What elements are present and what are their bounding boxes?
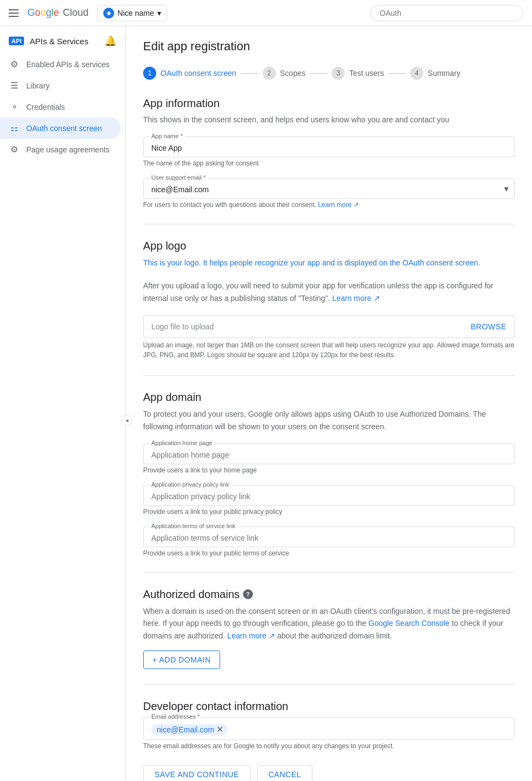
user-support-email-group: User support email * nice@Email.com ▾ Fo…: [143, 178, 515, 209]
project-selector[interactable]: ◉ Nice name ▾: [97, 5, 167, 21]
sidebar: API APIs & Services 🔔 ⚙ Enabled APIs & s…: [0, 26, 126, 781]
authorized-domains-title: Authorized domains: [143, 588, 240, 601]
notifications-bell-icon[interactable]: 🔔: [104, 35, 116, 47]
sidebar-item-page-usage[interactable]: ⚙ Page usage agreements: [0, 139, 121, 160]
step-3[interactable]: 3 Test users: [332, 67, 384, 80]
sidebar-item-label: Library: [26, 81, 50, 90]
library-icon: ☰: [9, 80, 20, 91]
sidebar-collapse-button[interactable]: ◂: [121, 415, 132, 426]
page-usage-icon: ⚙: [9, 144, 20, 155]
logo-upload-placeholder: Logo file to upload: [151, 322, 214, 331]
app-info-description: This shows in the consent screen, and he…: [143, 114, 515, 126]
sidebar-item-label: Credentials: [26, 103, 65, 111]
privacy-policy-label: Application privacy policy link: [149, 481, 231, 488]
app-name-hint: The name of the app asking for consent: [143, 159, 515, 167]
step-2-circle: 2: [263, 67, 276, 80]
google-search-console-link[interactable]: Google Search Console: [369, 619, 450, 628]
sidebar-item-label: Enabled APIs & services: [26, 60, 110, 69]
logo-upload-field: Logo file to upload BROWSE: [143, 315, 515, 338]
action-buttons: SAVE AND CONTINUE CANCEL: [143, 765, 515, 781]
terms-of-service-label: Application terms of service link: [149, 523, 238, 529]
privacy-policy-hint: Provide users a link to your public priv…: [143, 508, 515, 516]
step-3-circle: 3: [332, 67, 345, 80]
page-title: Edit app registration: [143, 39, 515, 54]
step-4[interactable]: 4 Summary: [410, 67, 460, 80]
stepper: 1 OAuth consent screen 2 Scopes 3 Test u…: [143, 67, 515, 80]
authorized-domains-help-icon[interactable]: ?: [243, 589, 253, 599]
user-support-email-label: User support email *: [149, 174, 208, 181]
learn-more-authorized-link[interactable]: Learn more ↗: [227, 631, 277, 640]
credentials-icon: ⚬: [9, 102, 20, 112]
sidebar-title: APIs & Services: [29, 37, 88, 46]
external-link-icon: ↗: [269, 631, 275, 640]
step-2-label: Scopes: [280, 69, 306, 78]
sidebar-item-label: OAuth consent screen: [26, 124, 102, 133]
app-logo-description-normal: After you upload a logo, you will need t…: [143, 280, 515, 304]
app-domain-description: To protect you and your users, Google on…: [143, 408, 515, 433]
external-link-icon: ↗: [353, 201, 359, 209]
app-logo-learn-more-link[interactable]: Learn more ↗: [332, 294, 380, 303]
app-name-input[interactable]: [151, 144, 506, 152]
terms-of-service-field: Application terms of service link: [143, 526, 515, 547]
main-content: Edit app registration 1 OAuth consent sc…: [126, 26, 532, 781]
app-logo-title: App logo: [143, 240, 515, 252]
step-1-label: OAuth consent screen: [161, 69, 237, 78]
sidebar-item-library[interactable]: ☰ Library: [0, 75, 121, 96]
logo-upload-hint: Upload an image, not larger than 1MB on …: [143, 340, 515, 360]
divider-3: [143, 572, 515, 573]
divider-2: [143, 375, 515, 376]
hamburger-menu[interactable]: [9, 9, 19, 17]
step-1[interactable]: 1 OAuth consent screen: [143, 67, 237, 80]
step-divider-3: [388, 73, 406, 74]
enabled-apis-icon: ⚙: [9, 59, 20, 69]
authorized-domains-description: When a domain is used on the consent scr…: [143, 605, 515, 642]
step-divider-2: [310, 73, 327, 74]
step-2[interactable]: 2 Scopes: [263, 67, 306, 80]
email-addresses-hint: These email addresses are for Google to …: [143, 742, 515, 750]
home-page-group: Application home page Provide users a li…: [143, 443, 515, 474]
logo-upload-group: Logo file to upload BROWSE Upload an ima…: [143, 315, 515, 360]
sidebar-item-label: Page usage agreements: [26, 145, 110, 154]
sidebar-item-enabled-apis[interactable]: ⚙ Enabled APIs & services: [0, 54, 121, 75]
cancel-button[interactable]: CANCEL: [257, 765, 313, 781]
api-badge: API: [9, 37, 24, 45]
app-logo-description-blue: This is your logo. It helps people recog…: [143, 257, 515, 269]
home-page-label: Application home page: [149, 440, 215, 446]
terms-of-service-hint: Provide users a link to your public term…: [143, 549, 515, 557]
email-chip: nice@Email.com ✕: [151, 724, 228, 735]
add-domain-button[interactable]: + ADD DOMAIN: [143, 650, 220, 669]
privacy-policy-group: Application privacy policy link Provide …: [143, 485, 515, 516]
external-link-icon: ↗: [374, 294, 380, 303]
select-dropdown-icon: ▾: [504, 184, 509, 194]
app-name-group: App name * The name of the app asking fo…: [143, 137, 515, 167]
app-info-title: App information: [143, 97, 515, 110]
sidebar-item-credentials[interactable]: ⚬ Credentials: [0, 96, 121, 117]
oauth-consent-icon: ⚏: [9, 123, 20, 133]
home-page-hint: Provide users a link to your home page: [143, 466, 515, 474]
project-name: Nice name: [117, 9, 154, 17]
email-chip-remove-button[interactable]: ✕: [216, 725, 223, 734]
app-name-label: App name *: [149, 133, 185, 139]
save-and-continue-button[interactable]: SAVE AND CONTINUE: [143, 765, 251, 781]
home-page-input[interactable]: [151, 451, 506, 459]
browse-button[interactable]: BROWSE: [471, 322, 506, 331]
google-logo: Google Cloud: [27, 7, 88, 19]
user-support-email-field: User support email * nice@Email.com ▾: [143, 178, 515, 199]
search-input[interactable]: [370, 5, 523, 21]
user-support-email-select[interactable]: nice@Email.com: [151, 185, 506, 194]
privacy-policy-input[interactable]: [151, 492, 506, 501]
project-dropdown-icon: ▾: [157, 9, 161, 17]
sidebar-item-oauth-consent[interactable]: ⚏ OAuth consent screen: [0, 117, 121, 139]
project-icon: ◉: [103, 8, 114, 19]
email-addresses-group: Email addresses * nice@Email.com ✕ These…: [143, 717, 515, 750]
home-page-field: Application home page: [143, 443, 515, 464]
sidebar-header: API APIs & Services 🔔: [0, 31, 125, 54]
user-support-email-hint: For users to contact you with questions …: [143, 201, 515, 209]
step-4-circle: 4: [410, 67, 423, 80]
terms-of-service-input[interactable]: [151, 534, 506, 542]
user-support-learn-more-link[interactable]: Learn more ↗: [318, 201, 359, 209]
privacy-policy-field: Application privacy policy link: [143, 485, 515, 506]
email-chip-input: nice@Email.com ✕: [151, 724, 506, 735]
developer-contact-title: Developer contact information: [143, 700, 515, 713]
top-nav: Google Cloud ◉ Nice name ▾: [0, 0, 532, 26]
